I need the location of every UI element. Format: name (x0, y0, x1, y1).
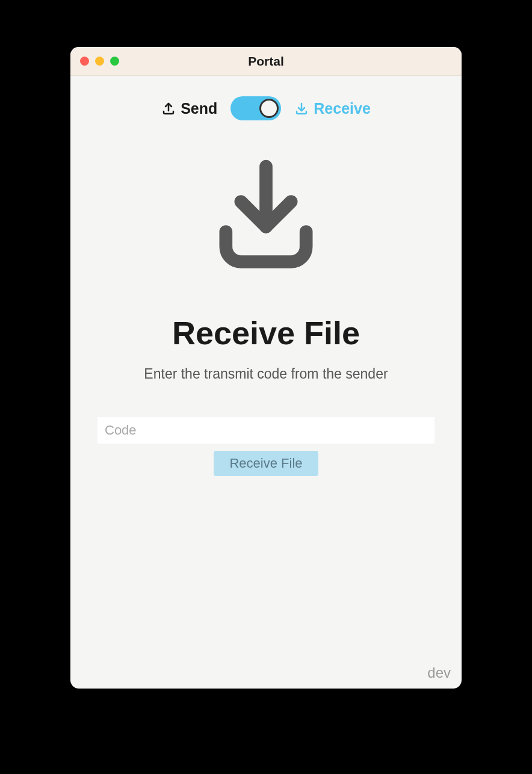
mode-switcher: Send Receive (161, 96, 371, 120)
window-controls (80, 57, 119, 66)
titlebar: Portal (70, 47, 462, 76)
content-area: Send Receive (70, 76, 462, 689)
window-title: Portal (70, 54, 462, 69)
receive-file-button[interactable]: Receive File (214, 451, 318, 476)
version-label: dev (427, 664, 451, 681)
send-mode-option[interactable]: Send (161, 100, 217, 117)
download-hero-icon (206, 156, 326, 279)
send-mode-label: Send (181, 100, 217, 117)
page-subheading: Enter the transmit code from the sender (144, 366, 388, 382)
mode-toggle[interactable] (230, 96, 281, 120)
download-icon (294, 101, 309, 116)
upload-icon (161, 101, 176, 116)
app-window: Portal Send (70, 47, 462, 689)
code-input[interactable] (97, 417, 435, 444)
receive-mode-label: Receive (314, 100, 371, 117)
receive-mode-option[interactable]: Receive (294, 100, 371, 117)
page-heading: Receive File (172, 314, 360, 351)
maximize-window-button[interactable] (110, 57, 119, 66)
toggle-knob (259, 99, 279, 118)
close-window-button[interactable] (80, 57, 89, 66)
minimize-window-button[interactable] (95, 57, 104, 66)
